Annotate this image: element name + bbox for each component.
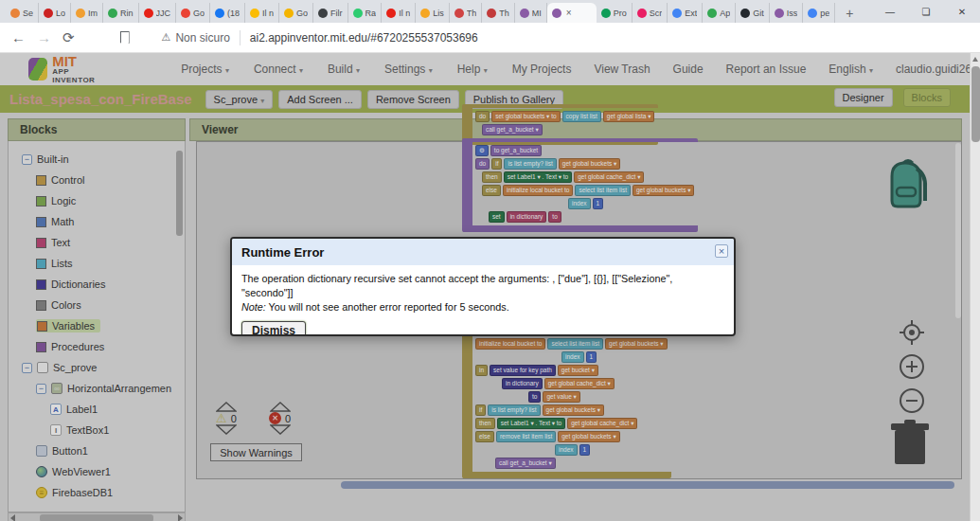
block[interactable]: set <box>489 211 505 223</box>
trash-icon[interactable] <box>883 415 936 468</box>
language-menu[interactable]: English ▾ <box>829 63 873 76</box>
sidebar-item-sc_prove[interactable]: −Sc_prove <box>9 357 185 378</box>
block[interactable]: then <box>482 171 502 183</box>
block[interactable]: get global cache_dict ▾ <box>544 378 615 389</box>
block[interactable]: get global buckets ▾ <box>605 338 667 350</box>
url-text[interactable]: ai2.appinventor.mit.edu/#672025553705369… <box>250 31 478 45</box>
tab[interactable]: pe <box>803 3 835 23</box>
menu-projects[interactable]: Projects ▾ <box>181 63 229 76</box>
tab[interactable]: Il n <box>382 3 416 23</box>
block[interactable]: get global buckets ▾ <box>633 185 694 196</box>
canvas-vscrollbar[interactable] <box>955 143 961 318</box>
scroll-left-icon[interactable] <box>10 514 15 521</box>
block[interactable]: in dictionary <box>507 211 547 223</box>
close-window-button[interactable]: ✕ <box>944 0 980 23</box>
tab[interactable]: Th <box>450 3 483 23</box>
tab[interactable]: JJC <box>139 3 177 23</box>
link-guide[interactable]: Guide <box>673 63 704 76</box>
block[interactable]: index <box>561 351 584 363</box>
tab[interactable]: Ext <box>668 3 703 23</box>
block[interactable]: get global cache_dict ▾ <box>574 171 644 183</box>
zoom-in-icon[interactable] <box>898 352 926 381</box>
block[interactable]: get value ▾ <box>543 391 579 403</box>
account-menu[interactable]: claudio.guidi26@gmail.com ▾ <box>896 63 980 76</box>
block[interactable]: 1 <box>586 351 597 363</box>
palette-scrollbar[interactable] <box>176 151 183 236</box>
block[interactable]: set Label1 ▾ . Text ▾ to <box>497 418 566 429</box>
sidebar-item-lists[interactable]: Lists <box>9 253 185 274</box>
block[interactable]: do <box>475 111 490 122</box>
tab[interactable]: Ra <box>348 3 383 23</box>
tab[interactable]: Iss <box>770 3 804 23</box>
block[interactable]: get bucket ▾ <box>558 365 598 376</box>
sidebar-item-math[interactable]: Math <box>9 211 185 232</box>
block[interactable]: 1 <box>593 198 604 209</box>
backpack-icon[interactable] <box>879 155 937 214</box>
block[interactable]: ⚙ <box>475 145 489 156</box>
sidebar-item-logic[interactable]: Logic <box>9 190 185 211</box>
collapse-icon[interactable]: − <box>36 384 46 394</box>
tab[interactable]: Pro <box>597 3 633 23</box>
zoom-out-icon[interactable] <box>898 386 926 415</box>
block[interactable]: in <box>475 365 488 376</box>
block[interactable]: initialize local bucket to <box>503 185 573 196</box>
tab[interactable]: Rin <box>103 3 139 23</box>
sidebar-item-procedures[interactable]: Procedures <box>9 336 185 357</box>
tab[interactable]: (18 <box>210 3 245 23</box>
browser-scrollbar[interactable] <box>970 53 980 521</box>
block[interactable]: to get_a_bucket <box>490 145 542 156</box>
tab-active[interactable]: × <box>547 3 597 23</box>
sidebar-item-button1[interactable]: Button1 <box>9 440 185 461</box>
block[interactable]: select list item list <box>547 338 603 350</box>
error-down-icon[interactable] <box>270 424 291 435</box>
block[interactable]: is list empty? list <box>504 158 556 170</box>
block[interactable]: to <box>528 391 541 403</box>
collapse-icon[interactable]: − <box>22 154 32 165</box>
tab[interactable]: Scr <box>633 3 668 23</box>
tab[interactable]: Git <box>736 3 770 23</box>
link-view-trash[interactable]: View Trash <box>594 63 650 76</box>
tab-close-icon[interactable]: × <box>566 8 572 18</box>
menu-settings[interactable]: Settings ▾ <box>384 63 433 76</box>
sidebar-item-label1[interactable]: ALabel1 <box>9 399 185 420</box>
warning-down-icon[interactable] <box>216 424 237 435</box>
block[interactable]: get global buckets ▾ <box>543 404 604 416</box>
block[interactable]: select list item list <box>575 185 631 196</box>
sidebar-item-control[interactable]: Control <box>9 170 185 190</box>
show-warnings-button[interactable]: Show Warnings <box>210 443 302 461</box>
reload-icon[interactable]: ⟳ <box>62 29 75 46</box>
block[interactable]: 1 <box>579 444 591 456</box>
link-report-an-issue[interactable]: Report an Issue <box>726 63 807 76</box>
block[interactable]: get global buckets ▾ <box>559 158 620 170</box>
canvas-hscrollbar[interactable] <box>341 481 954 489</box>
back-icon[interactable]: ← <box>11 29 26 45</box>
block[interactable]: to <box>548 211 561 223</box>
block[interactable]: index <box>568 198 591 209</box>
maximize-button[interactable]: ❏ <box>908 0 944 23</box>
tab[interactable]: Filr <box>313 3 348 23</box>
sidebar-item-firebasedb1[interactable]: ≡FirebaseDB1 <box>9 482 185 503</box>
block-cluster[interactable]: ⚙to get_a_bucketdoifis list empty? listg… <box>462 138 698 232</box>
screen-selector[interactable]: Sc_prove ▾ <box>205 90 274 109</box>
sidebar-item-variables[interactable]: Variables <box>9 315 185 336</box>
block[interactable]: set global buckets ▾ to <box>491 111 560 122</box>
sidebar-item-text[interactable]: Text <box>9 232 185 253</box>
bookmark-icon[interactable] <box>120 31 130 44</box>
block[interactable]: if <box>491 158 502 170</box>
address-bar[interactable]: ⚠ Non sicuro ai2.appinventor.mit.edu/#67… <box>162 30 478 45</box>
sidebar-item-textbox1[interactable]: ITextBox1 <box>9 420 185 440</box>
sidebar-item-dictionaries[interactable]: Dictionaries <box>9 274 185 295</box>
minimize-button[interactable]: — <box>872 0 908 23</box>
link-my-projects[interactable]: My Projects <box>512 63 572 76</box>
tab[interactable]: Lo <box>39 3 71 23</box>
collapse-icon[interactable]: − <box>22 363 32 373</box>
block[interactable]: get global lista ▾ <box>603 111 655 122</box>
block[interactable]: then <box>475 418 495 429</box>
block[interactable]: index <box>555 444 578 456</box>
block[interactable]: is list empty? list <box>488 404 540 416</box>
menu-help[interactable]: Help ▾ <box>457 63 488 76</box>
sidebar-item-built-in[interactable]: −Built-in <box>9 149 185 170</box>
tab[interactable]: Go <box>176 3 210 23</box>
tab[interactable]: Lis <box>416 3 450 23</box>
designer-button[interactable]: Designer <box>834 88 893 107</box>
